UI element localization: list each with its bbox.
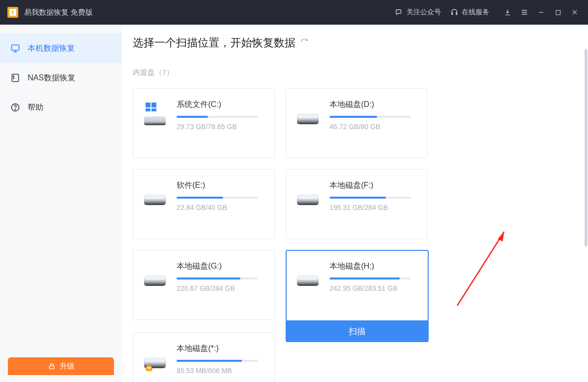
refresh-icon	[300, 38, 308, 46]
svg-rect-9	[146, 103, 150, 107]
close-button[interactable]	[566, 4, 583, 21]
sidebar-item-label: 本机数据恢复	[28, 43, 75, 54]
scan-button[interactable]: 扫描	[286, 320, 429, 342]
sidebar-item-local-recovery[interactable]: 本机数据恢复	[0, 34, 122, 63]
drive-size: 85.53 MB/606 MB	[177, 367, 264, 375]
svg-rect-19	[297, 194, 319, 199]
svg-rect-2	[12, 45, 19, 50]
drive-name: 本地磁盘(H:)	[330, 261, 418, 272]
content-area: 选择一个扫描位置，开始恢复数据 内置盘（7）系统文件(C:)29.73 GB/7…	[122, 25, 588, 382]
nas-icon	[10, 72, 21, 83]
drive-icon	[143, 103, 168, 127]
svg-rect-17	[144, 194, 166, 199]
download-button[interactable]	[499, 4, 516, 21]
svg-rect-13	[144, 116, 166, 125]
drive-usage-bar	[330, 278, 411, 279]
drive-card[interactable]: 本地磁盘(*:)85.53 MB/606 MB	[133, 332, 275, 382]
drive-card[interactable]: 本地磁盘(D:)46.72 GB/80 GB	[286, 88, 428, 158]
svg-rect-1	[556, 10, 560, 15]
upgrade-button[interactable]: 升级	[8, 357, 114, 375]
drive-icon	[143, 264, 168, 289]
drive-grid: 系统文件(C:)29.73 GB/78.65 GB本地磁盘(D:)46.72 G…	[133, 88, 588, 382]
drive-card[interactable]: 本地磁盘(H:)242.95 GB/283.51 GB扫描	[286, 250, 429, 321]
close-icon	[571, 9, 578, 16]
svg-rect-21	[144, 275, 166, 280]
drive-name: 本地磁盘(F:)	[330, 180, 417, 191]
minimize-icon	[538, 9, 545, 16]
follow-wechat-button[interactable]: 关注公众号	[395, 8, 441, 17]
page-title: 选择一个扫描位置，开始恢复数据	[133, 35, 588, 50]
maximize-icon	[555, 9, 561, 16]
drive-icon	[143, 347, 168, 371]
drive-size: 220.67 GB/284 GB	[177, 284, 264, 292]
drive-size: 22.84 GB/40 GB	[177, 204, 264, 211]
download-icon	[504, 8, 512, 16]
drive-usage-bar	[177, 278, 258, 279]
drive-card[interactable]: 软件(E:)22.84 GB/40 GB	[133, 169, 275, 239]
svg-rect-8	[49, 366, 54, 369]
sidebar-item-label: 帮助	[28, 103, 43, 113]
svg-point-5	[13, 78, 14, 79]
chat-icon	[395, 8, 404, 17]
sidebar-item-nas-recovery[interactable]: NAS数据恢复	[0, 63, 122, 93]
sidebar: 本机数据恢复 NAS数据恢复 帮助 升级	[0, 25, 122, 382]
drive-name: 本地磁盘(D:)	[330, 100, 417, 110]
svg-point-7	[15, 109, 15, 110]
svg-rect-11	[146, 108, 150, 111]
drive-size: 29.73 GB/78.65 GB	[177, 123, 264, 131]
hamburger-icon	[520, 8, 528, 16]
monitor-icon	[10, 43, 21, 54]
drive-size: 195.31 GB/284 GB	[330, 204, 417, 211]
drive-card[interactable]: 本地磁盘(G:)220.67 GB/284 GB	[133, 250, 275, 320]
drive-icon	[143, 183, 168, 208]
app-logo-icon	[7, 7, 18, 18]
app-title: 易我数据恢复 免费版	[24, 8, 93, 17]
drive-usage-bar	[177, 116, 258, 118]
drive-usage-bar	[177, 197, 258, 199]
drive-usage-bar	[330, 116, 411, 118]
drive-size: 242.95 GB/283.51 GB	[330, 284, 418, 292]
online-service-button[interactable]: 在线服务	[450, 8, 489, 17]
drive-name: 本地磁盘(G:)	[177, 261, 264, 272]
drive-icon	[296, 264, 321, 289]
content-scrollbar[interactable]	[584, 49, 588, 382]
drive-icon	[296, 183, 321, 208]
svg-rect-10	[151, 103, 156, 107]
refresh-button[interactable]	[300, 38, 308, 48]
svg-rect-12	[151, 108, 156, 111]
title-bar: 易我数据恢复 免费版 关注公众号 在线服务	[0, 0, 588, 25]
drive-icon	[296, 103, 321, 127]
drive-card[interactable]: 本地磁盘(F:)195.31 GB/284 GB	[286, 169, 428, 239]
svg-rect-25	[144, 357, 166, 362]
help-icon	[10, 102, 21, 113]
drive-size: 46.72 GB/80 GB	[330, 123, 417, 131]
section-heading: 内置盘（7）	[133, 68, 588, 77]
headset-icon	[450, 8, 459, 17]
svg-point-4	[13, 76, 14, 77]
drive-name: 软件(E:)	[177, 180, 264, 191]
sidebar-item-help[interactable]: 帮助	[0, 93, 122, 122]
maximize-button[interactable]	[550, 4, 566, 21]
drive-card[interactable]: 系统文件(C:)29.73 GB/78.65 GB	[133, 88, 275, 158]
drive-name: 系统文件(C:)	[177, 100, 264, 110]
svg-rect-15	[297, 113, 319, 118]
menu-button[interactable]	[516, 4, 533, 21]
drive-usage-bar	[177, 360, 258, 362]
drive-usage-bar	[330, 197, 411, 199]
drive-name: 本地磁盘(*:)	[177, 344, 264, 354]
lock-icon	[48, 362, 56, 370]
minimize-button[interactable]	[533, 4, 550, 21]
sidebar-item-label: NAS数据恢复	[28, 73, 75, 83]
svg-rect-23	[297, 275, 319, 280]
